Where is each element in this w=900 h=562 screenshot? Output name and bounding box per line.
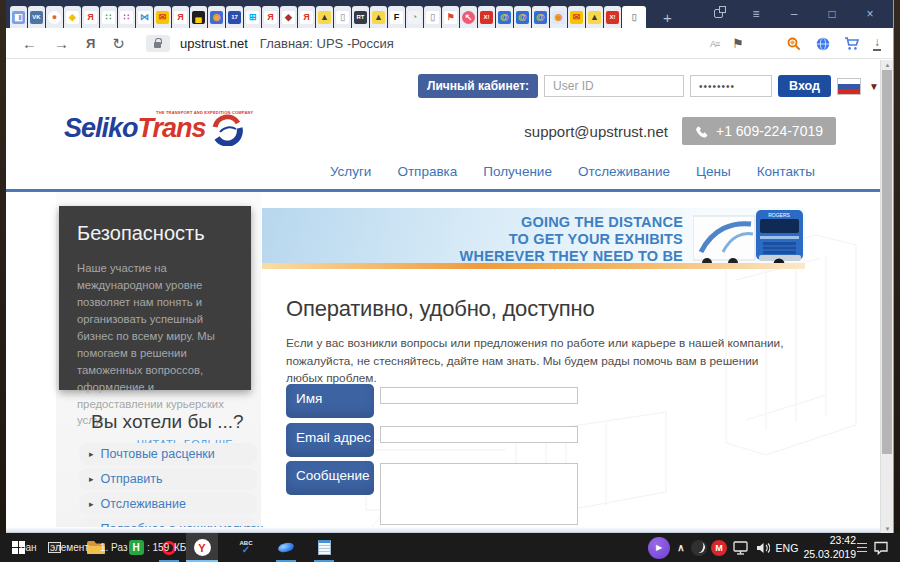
tab-favicon: ● [48,11,61,24]
tray-lines[interactable] [856,533,868,562]
banner-slogan: GOING THE DISTANCETO GET YOUR EXHIBITSWH… [460,214,683,265]
browser-tab[interactable]: @ [514,6,531,28]
browser-tab[interactable]: ◉ [550,6,567,28]
forward-button[interactable]: → [54,36,69,51]
browser-tab[interactable]: @ [532,6,549,28]
browser-tab[interactable]: ✉ [154,6,171,28]
security-text: Наше участие на международном уровне поз… [77,260,233,429]
ssl-lock-icon[interactable] [146,35,170,52]
cart-extension-icon[interactable] [844,36,860,51]
close-button[interactable]: × [851,8,889,20]
taskbar-spellcheck[interactable] [232,533,260,562]
browser-tab[interactable]: @ [496,6,513,28]
browser-tab[interactable]: ◆ [64,6,81,28]
browser-tab[interactable]: RT [352,6,369,28]
browser-tab[interactable]: VK [28,6,45,28]
tab-favicon: @ [534,11,547,24]
tray-alice[interactable]: ▶ [646,533,672,562]
browser-tab[interactable]: Я [82,6,99,28]
site-logo[interactable]: SelikoTrans THE TRANSPORT AND EXPEDITION… [64,112,243,144]
name-input[interactable] [380,387,578,404]
message-textarea[interactable] [380,463,578,525]
form-row-message: Сообщение [286,461,586,531]
tab-favicon: ◆ [66,11,79,24]
scrollbar-thumb[interactable] [882,70,892,454]
language-caret-icon[interactable]: ▼ [869,81,879,92]
yandex-button[interactable]: Я [86,37,95,50]
tray-volume[interactable] [754,533,772,562]
list-item[interactable]: ▸ Отслеживание [79,493,257,515]
maximize-button[interactable]: □ [813,8,851,20]
tray-mega[interactable] [710,533,728,562]
overlay-text-fragment: КБ [174,542,186,553]
tray-clock[interactable]: 23:42 25.03.2019 [802,533,856,562]
tab-favicon: ✉ [156,11,169,24]
back-button[interactable]: ← [22,36,37,51]
alice-icon: ▶ [648,537,670,559]
banner-line: GOING THE DISTANCE [460,214,683,231]
browser-tab[interactable]: ▯ [424,6,441,28]
new-tab-button[interactable]: + [663,10,672,25]
tray-app-dark[interactable] [690,533,708,562]
tab-favicon: Я [264,11,277,24]
download-icon[interactable]: ↓ [873,36,881,51]
taskbar-notepad[interactable] [310,533,338,562]
address-bar-page-title[interactable]: Главная: UPS -Россия [260,36,394,51]
browser-tab[interactable]: ▲ [370,6,387,28]
browser-tab[interactable]: ▯ [622,6,646,28]
vertical-scrollbar[interactable]: ▲ ▼ [880,60,893,533]
would-like-panel: Вы хотели бы ...? ▸ Почтовые расценки ▸ … [59,411,269,533]
search-extension-icon[interactable] [786,36,802,52]
sidebar-link[interactable]: Почтовые расценки [101,447,215,461]
list-item[interactable]: ▸ Почтовые расценки [79,443,257,465]
browser-tab[interactable]: ∷ [118,6,135,28]
scroll-up-icon[interactable]: ▲ [881,62,893,68]
feather-icon [691,540,707,556]
browser-tab[interactable]: ↖ [460,6,477,28]
browser-tab[interactable]: ⚑ [442,6,459,28]
browser-tab[interactable]: 17 [226,6,243,28]
sidebar-link[interactable]: Отслеживание [101,497,186,511]
browser-tab[interactable]: X! [604,6,621,28]
browser-tab[interactable]: Я [262,6,279,28]
tab-panel-icon[interactable] [699,8,737,20]
browser-tab[interactable]: Я [172,6,189,28]
browser-tab[interactable]: ⋈ [136,6,153,28]
browser-tab[interactable]: ▯ [334,6,351,28]
browser-menu-icon[interactable]: ≡ [737,8,775,20]
browser-tab[interactable]: ⊞ [244,6,261,28]
address-bar-domain[interactable]: upstrust.net [180,36,248,51]
browser-tab[interactable]: ▄ [190,6,207,28]
overlay-text-fragment: ран [20,542,37,553]
browser-tab[interactable]: X! [478,6,495,28]
browser-tab[interactable]: ▲ [586,6,603,28]
email-input[interactable] [380,426,578,443]
browser-tab-bar: ◧ VK ● ◆ Я ∷ ∷ ⋈ [6,0,893,28]
toolbar-right-icons: A≡ ⚑ ↓ [710,28,881,59]
minimize-button[interactable]: – [775,8,813,20]
browser-tab[interactable]: F [388,6,405,28]
action-center-button[interactable] [870,533,892,562]
scroll-down-icon[interactable]: ▼ [881,526,893,532]
bookmark-flag-icon[interactable]: ⚑ [732,36,744,51]
reload-button[interactable]: ↻ [112,36,125,51]
browser-tab[interactable]: ◧ [10,6,27,28]
tray-language[interactable]: ENG [774,533,800,562]
reader-mode-icon[interactable]: A≡ [710,39,719,49]
browser-tab[interactable]: ▲ [316,6,333,28]
tray-network[interactable] [732,533,750,562]
sidebar-link[interactable]: Отправить [101,472,163,486]
list-item[interactable]: ▸ Отправить [79,468,257,490]
browser-tab[interactable]: ● [46,6,63,28]
browser-tab[interactable]: ∷ [100,6,117,28]
browser-tab[interactable]: Я [298,6,315,28]
browser-tab[interactable]: ◆ [280,6,297,28]
tray-overflow-chevron[interactable]: ∧ [674,533,688,562]
language-flag-russia[interactable] [837,78,861,95]
browser-tab[interactable]: ◔ [406,6,423,28]
taskbar-app-lens[interactable] [272,533,300,562]
browser-tab[interactable]: ✉ [568,6,585,28]
browser-tab[interactable]: ◉ [208,6,225,28]
taskbar-yandex-browser[interactable] [186,533,218,562]
globe-extension-icon[interactable] [815,36,831,52]
